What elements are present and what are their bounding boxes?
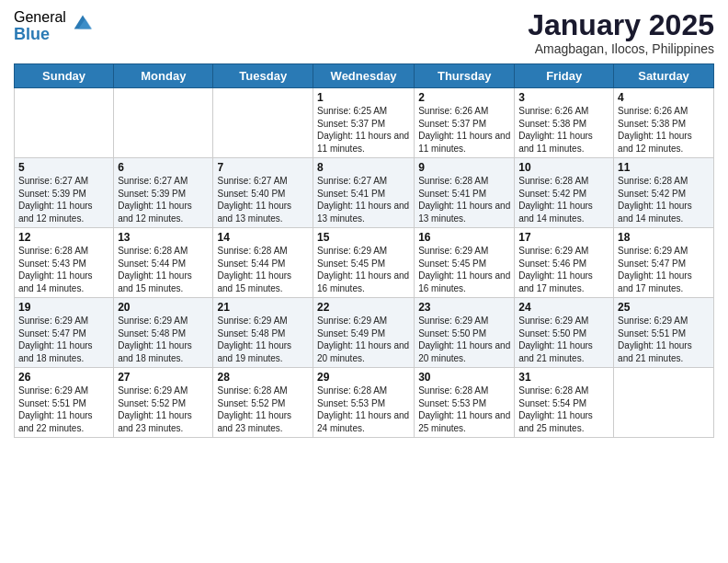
logo-general: General	[14, 9, 66, 26]
table-row: 17Sunrise: 6:29 AMSunset: 5:46 PMDayligh…	[515, 228, 614, 298]
day-number: 15	[317, 231, 410, 244]
day-info: Sunrise: 6:27 AMSunset: 5:39 PMDaylight:…	[18, 175, 109, 224]
table-row: 20Sunrise: 6:29 AMSunset: 5:48 PMDayligh…	[114, 298, 213, 368]
table-row	[114, 88, 213, 158]
table-row: 19Sunrise: 6:29 AMSunset: 5:47 PMDayligh…	[15, 298, 114, 368]
day-info: Sunrise: 6:28 AMSunset: 5:54 PMDaylight:…	[518, 385, 609, 434]
table-row: 5Sunrise: 6:27 AMSunset: 5:39 PMDaylight…	[15, 158, 114, 228]
day-info: Sunrise: 6:28 AMSunset: 5:53 PMDaylight:…	[418, 385, 510, 434]
calendar-week-row: 19Sunrise: 6:29 AMSunset: 5:47 PMDayligh…	[15, 298, 714, 368]
day-number: 20	[118, 301, 209, 314]
day-info: Sunrise: 6:28 AMSunset: 5:42 PMDaylight:…	[618, 175, 710, 224]
table-row: 14Sunrise: 6:28 AMSunset: 5:44 PMDayligh…	[213, 228, 313, 298]
col-saturday: Saturday	[614, 64, 714, 88]
table-row	[15, 88, 114, 158]
calendar: Sunday Monday Tuesday Wednesday Thursday…	[14, 63, 714, 438]
table-row: 21Sunrise: 6:29 AMSunset: 5:48 PMDayligh…	[213, 298, 313, 368]
day-number: 3	[518, 91, 609, 104]
calendar-header-row: Sunday Monday Tuesday Wednesday Thursday…	[15, 64, 714, 88]
day-number: 12	[18, 231, 109, 244]
day-info: Sunrise: 6:25 AMSunset: 5:37 PMDaylight:…	[317, 105, 410, 155]
day-number: 8	[317, 161, 410, 174]
day-number: 27	[118, 371, 209, 384]
table-row: 8Sunrise: 6:27 AMSunset: 5:41 PMDaylight…	[313, 158, 415, 228]
day-number: 6	[118, 161, 209, 174]
day-info: Sunrise: 6:26 AMSunset: 5:38 PMDaylight:…	[518, 105, 609, 155]
table-row: 26Sunrise: 6:29 AMSunset: 5:51 PMDayligh…	[15, 368, 114, 438]
table-row: 12Sunrise: 6:28 AMSunset: 5:43 PMDayligh…	[15, 228, 114, 298]
table-row: 24Sunrise: 6:29 AMSunset: 5:50 PMDayligh…	[515, 298, 614, 368]
calendar-week-row: 26Sunrise: 6:29 AMSunset: 5:51 PMDayligh…	[15, 368, 714, 438]
day-number: 5	[18, 161, 109, 174]
col-wednesday: Wednesday	[313, 64, 415, 88]
day-number: 19	[18, 301, 109, 314]
day-number: 22	[317, 301, 410, 314]
day-info: Sunrise: 6:29 AMSunset: 5:52 PMDaylight:…	[118, 385, 209, 434]
day-info: Sunrise: 6:27 AMSunset: 5:40 PMDaylight:…	[217, 175, 309, 224]
day-number: 18	[618, 231, 710, 244]
day-info: Sunrise: 6:29 AMSunset: 5:47 PMDaylight:…	[18, 315, 109, 364]
table-row: 7Sunrise: 6:27 AMSunset: 5:40 PMDaylight…	[213, 158, 313, 228]
table-row	[614, 368, 714, 438]
day-number: 24	[518, 301, 609, 314]
subtitle: Amagbagan, Ilocos, Philippines	[528, 41, 714, 56]
table-row: 13Sunrise: 6:28 AMSunset: 5:44 PMDayligh…	[114, 228, 213, 298]
day-info: Sunrise: 6:28 AMSunset: 5:41 PMDaylight:…	[418, 175, 510, 224]
day-number: 2	[418, 91, 510, 104]
page: General Blue January 2025 Amagbagan, Ilo…	[0, 0, 728, 563]
day-info: Sunrise: 6:29 AMSunset: 5:48 PMDaylight:…	[217, 315, 309, 364]
calendar-week-row: 5Sunrise: 6:27 AMSunset: 5:39 PMDaylight…	[15, 158, 714, 228]
logo: General Blue	[14, 9, 96, 43]
day-number: 29	[317, 371, 410, 384]
day-number: 28	[217, 371, 309, 384]
table-row: 6Sunrise: 6:27 AMSunset: 5:39 PMDaylight…	[114, 158, 213, 228]
day-info: Sunrise: 6:29 AMSunset: 5:51 PMDaylight:…	[618, 315, 710, 364]
day-info: Sunrise: 6:28 AMSunset: 5:52 PMDaylight:…	[217, 385, 309, 434]
day-number: 14	[217, 231, 309, 244]
table-row: 2Sunrise: 6:26 AMSunset: 5:37 PMDaylight…	[415, 88, 515, 158]
header: General Blue January 2025 Amagbagan, Ilo…	[14, 9, 714, 56]
table-row: 1Sunrise: 6:25 AMSunset: 5:37 PMDaylight…	[313, 88, 415, 158]
table-row: 23Sunrise: 6:29 AMSunset: 5:50 PMDayligh…	[415, 298, 515, 368]
day-info: Sunrise: 6:29 AMSunset: 5:51 PMDaylight:…	[18, 385, 109, 434]
day-number: 21	[217, 301, 309, 314]
day-info: Sunrise: 6:27 AMSunset: 5:39 PMDaylight:…	[118, 175, 209, 224]
day-number: 31	[518, 371, 609, 384]
day-info: Sunrise: 6:29 AMSunset: 5:45 PMDaylight:…	[418, 245, 510, 294]
calendar-week-row: 12Sunrise: 6:28 AMSunset: 5:43 PMDayligh…	[15, 228, 714, 298]
day-info: Sunrise: 6:29 AMSunset: 5:49 PMDaylight:…	[317, 315, 410, 364]
day-info: Sunrise: 6:26 AMSunset: 5:38 PMDaylight:…	[618, 105, 710, 155]
day-info: Sunrise: 6:26 AMSunset: 5:37 PMDaylight:…	[418, 105, 510, 155]
day-number: 9	[418, 161, 510, 174]
table-row: 25Sunrise: 6:29 AMSunset: 5:51 PMDayligh…	[614, 298, 714, 368]
day-number: 11	[618, 161, 710, 174]
table-row: 28Sunrise: 6:28 AMSunset: 5:52 PMDayligh…	[213, 368, 313, 438]
day-info: Sunrise: 6:29 AMSunset: 5:50 PMDaylight:…	[418, 315, 510, 364]
calendar-week-row: 1Sunrise: 6:25 AMSunset: 5:37 PMDaylight…	[15, 88, 714, 158]
logo-blue: Blue	[14, 26, 66, 44]
logo-icon	[70, 10, 96, 36]
table-row: 27Sunrise: 6:29 AMSunset: 5:52 PMDayligh…	[114, 368, 213, 438]
table-row: 9Sunrise: 6:28 AMSunset: 5:41 PMDaylight…	[415, 158, 515, 228]
logo-text: General Blue	[14, 9, 66, 43]
title-block: January 2025 Amagbagan, Ilocos, Philippi…	[528, 9, 714, 56]
day-number: 13	[118, 231, 209, 244]
day-info: Sunrise: 6:29 AMSunset: 5:47 PMDaylight:…	[618, 245, 710, 294]
day-number: 25	[618, 301, 710, 314]
day-info: Sunrise: 6:29 AMSunset: 5:50 PMDaylight:…	[518, 315, 609, 364]
col-sunday: Sunday	[15, 64, 114, 88]
day-info: Sunrise: 6:28 AMSunset: 5:42 PMDaylight:…	[518, 175, 609, 224]
table-row: 31Sunrise: 6:28 AMSunset: 5:54 PMDayligh…	[515, 368, 614, 438]
day-info: Sunrise: 6:29 AMSunset: 5:48 PMDaylight:…	[118, 315, 209, 364]
table-row: 16Sunrise: 6:29 AMSunset: 5:45 PMDayligh…	[415, 228, 515, 298]
day-number: 7	[217, 161, 309, 174]
table-row	[213, 88, 313, 158]
col-friday: Friday	[515, 64, 614, 88]
table-row: 11Sunrise: 6:28 AMSunset: 5:42 PMDayligh…	[614, 158, 714, 228]
table-row: 3Sunrise: 6:26 AMSunset: 5:38 PMDaylight…	[515, 88, 614, 158]
day-number: 4	[618, 91, 710, 104]
col-monday: Monday	[114, 64, 213, 88]
main-title: January 2025	[528, 9, 714, 41]
day-number: 17	[518, 231, 609, 244]
table-row: 22Sunrise: 6:29 AMSunset: 5:49 PMDayligh…	[313, 298, 415, 368]
